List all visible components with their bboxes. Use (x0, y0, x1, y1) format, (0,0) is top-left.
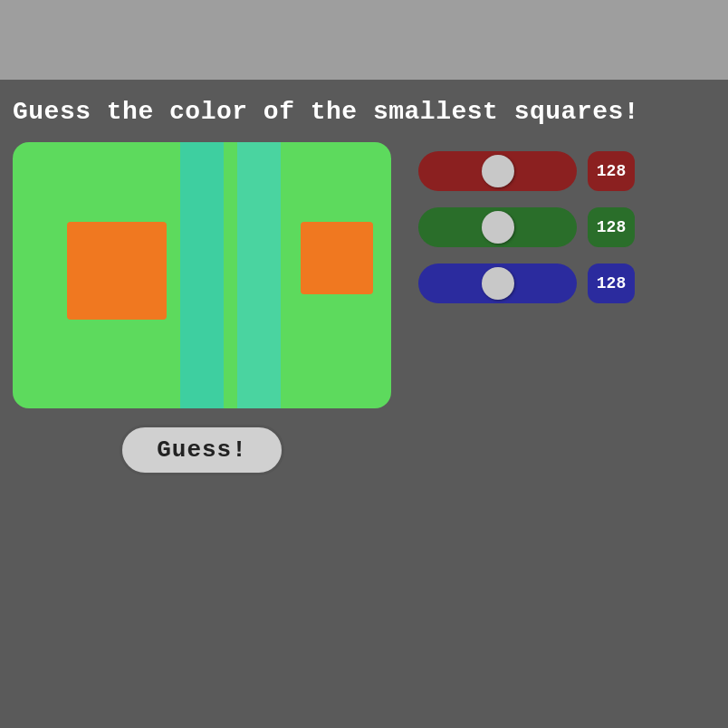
page-title: Guess the color of the smallest squares! (13, 98, 639, 126)
green-slider-thumb[interactable] (482, 211, 514, 244)
red-slider-row: 128 (418, 151, 635, 191)
game-row: Guess! 128 128 (13, 142, 635, 475)
red-slider-track[interactable] (418, 151, 577, 191)
sliders-panel: 128 128 128 (418, 151, 635, 303)
red-slider-thumb[interactable] (482, 155, 514, 187)
guess-button[interactable]: Guess! (120, 425, 284, 475)
blue-slider-thumb[interactable] (482, 267, 514, 300)
main-area: Guess the color of the smallest squares!… (0, 80, 728, 728)
canvas-area: Guess! (13, 142, 391, 475)
top-bar (0, 0, 728, 80)
guess-button-wrap: Guess! (120, 425, 284, 475)
blue-slider-track[interactable] (418, 263, 577, 303)
red-value-badge: 128 (588, 151, 635, 191)
green-slider-track[interactable] (418, 207, 577, 247)
teal-strip-right (237, 142, 281, 408)
game-canvas (13, 142, 391, 408)
orange-square-left (67, 222, 167, 320)
blue-value-badge: 128 (588, 263, 635, 303)
teal-strip-left (180, 142, 224, 408)
blue-slider-row: 128 (418, 263, 635, 303)
orange-square-right (301, 222, 373, 294)
green-value-badge: 128 (588, 207, 635, 247)
green-slider-row: 128 (418, 207, 635, 247)
